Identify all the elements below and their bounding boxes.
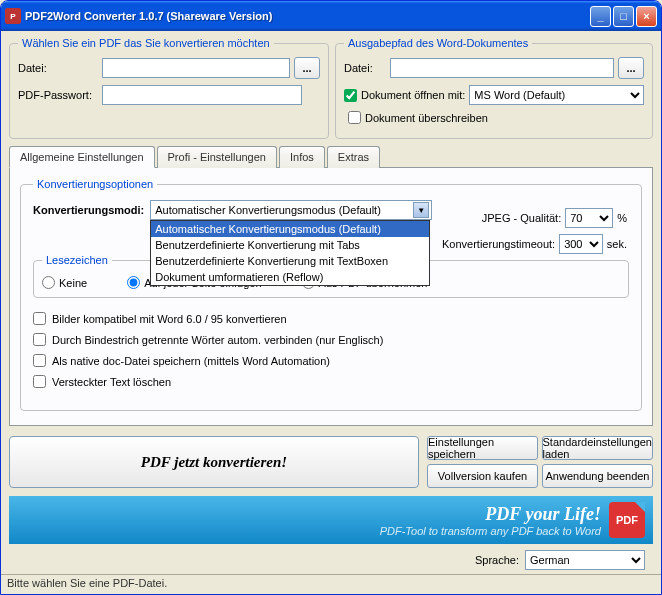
output-word-group: Ausgabepfad des Word-Dokumentes Datei: .… [335, 37, 653, 139]
banner-subtitle: PDF-Tool to transform any PDF back to Wo… [380, 525, 601, 537]
titlebar[interactable]: P PDF2Word Converter 1.0.7 (Shareware Ve… [1, 1, 661, 31]
output-browse-button[interactable]: ... [618, 57, 644, 79]
app-window: P PDF2Word Converter 1.0.7 (Shareware Ve… [0, 0, 662, 595]
convert-button[interactable]: PDF jetzt konvertieren! [9, 436, 419, 488]
buy-full-button[interactable]: Vollversion kaufen [427, 464, 538, 488]
close-button[interactable]: × [636, 6, 657, 27]
conversion-options-group: Konvertierungsoptionen JPEG - Qualität: … [20, 178, 642, 411]
conversion-mode-dropdown: Automatischer Konvertierungsmodus (Defau… [150, 220, 430, 286]
input-pdf-legend: Wählen Sie ein PDF das Sie konvertieren … [18, 37, 274, 49]
maximize-button[interactable]: □ [613, 6, 634, 27]
conversion-mode-label: Konvertierungsmodi: [33, 204, 144, 216]
open-with-checkbox[interactable] [344, 89, 357, 102]
window-title: PDF2Word Converter 1.0.7 (Shareware Vers… [25, 10, 588, 22]
language-select[interactable]: German [525, 550, 645, 570]
chk-native-doc[interactable] [33, 354, 46, 367]
status-bar: Bitte wählen Sie eine PDF-Datei. [1, 574, 661, 594]
overwrite-checkbox[interactable] [348, 111, 361, 124]
tabstrip: Allgemeine Einstellungen Profi - Einstel… [9, 146, 653, 168]
pdf-password-field[interactable] [102, 85, 302, 105]
bookmarks-legend: Lesezeichen [42, 254, 112, 266]
chk-hyphen-join[interactable] [33, 333, 46, 346]
input-pdf-group: Wählen Sie ein PDF das Sie konvertieren … [9, 37, 329, 139]
tab-extras[interactable]: Extras [327, 146, 380, 168]
output-file-field[interactable] [390, 58, 614, 78]
chevron-down-icon: ▼ [413, 202, 429, 218]
open-with-select[interactable]: MS Word (Default) [469, 85, 644, 105]
tab-infos[interactable]: Infos [279, 146, 325, 168]
tab-panel-general: Konvertierungsoptionen JPEG - Qualität: … [9, 167, 653, 426]
tab-profi[interactable]: Profi - Einstellungen [157, 146, 277, 168]
bookmark-radio-none[interactable]: Keine [42, 276, 87, 289]
timeout-select[interactable]: 300 [559, 234, 603, 254]
dropdown-option[interactable]: Dokument umformatieren (Reflow) [151, 269, 429, 285]
conversion-mode-select[interactable]: Automatischer Konvertierungsmodus (Defau… [150, 200, 432, 220]
quit-button[interactable]: Anwendung beenden [542, 464, 653, 488]
input-file-label: Datei: [18, 62, 98, 74]
dropdown-option[interactable]: Benutzerdefinierte Konvertierung mit Tex… [151, 253, 429, 269]
timeout-unit: sek. [607, 238, 627, 250]
promo-banner: PDF your Life! PDF-Tool to transform any… [9, 496, 653, 544]
pdf-password-label: PDF-Passwort: [18, 89, 98, 101]
app-icon: P [5, 8, 21, 24]
save-settings-button[interactable]: Einstellungen speichern [427, 436, 538, 460]
overwrite-label: Dokument überschreiben [365, 112, 488, 124]
output-file-label: Datei: [344, 62, 386, 74]
tab-general[interactable]: Allgemeine Einstellungen [9, 146, 155, 168]
chk-word60-compat[interactable] [33, 312, 46, 325]
load-defaults-button[interactable]: Standardeinstellungen laden [542, 436, 653, 460]
banner-title: PDF your Life! [380, 504, 601, 525]
dropdown-option[interactable]: Benutzerdefinierte Konvertierung mit Tab… [151, 237, 429, 253]
pdf-icon: PDF [609, 502, 645, 538]
minimize-button[interactable]: _ [590, 6, 611, 27]
open-with-label: Dokument öffnen mit: [361, 89, 465, 101]
output-word-legend: Ausgabepfad des Word-Dokumentes [344, 37, 532, 49]
input-browse-button[interactable]: ... [294, 57, 320, 79]
chk-delete-hidden-text[interactable] [33, 375, 46, 388]
timeout-label: Konvertierungstimeout: [442, 238, 555, 250]
conversion-options-legend: Konvertierungsoptionen [33, 178, 157, 190]
dropdown-option[interactable]: Automatischer Konvertierungsmodus (Defau… [151, 221, 429, 237]
language-label: Sprache: [475, 554, 519, 566]
input-file-field[interactable] [102, 58, 290, 78]
